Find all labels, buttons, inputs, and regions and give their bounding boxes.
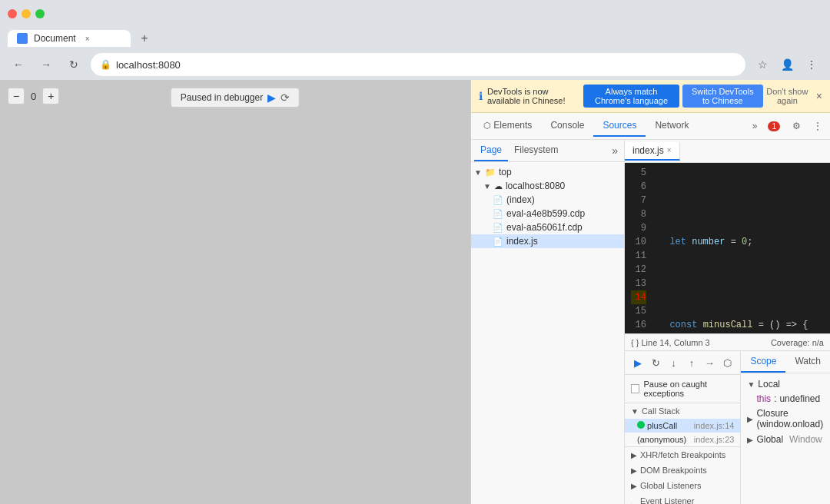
chevron-icon: ▼ xyxy=(483,182,491,191)
switch-devtools-button[interactable]: Switch DevTools to Chinese xyxy=(682,85,763,108)
close-window-button[interactable] xyxy=(8,9,17,18)
new-tab-button[interactable]: + xyxy=(134,28,155,49)
global-listeners-header[interactable]: ▶ Global Listeners xyxy=(625,478,740,493)
code-lines: let number = 0; const minusCall = () => … xyxy=(652,163,830,333)
callstack-section: ▼ Call Stack plusCall index.js:14 xyxy=(625,403,740,446)
sidebar-more-button[interactable]: » xyxy=(609,141,621,160)
callstack-header[interactable]: ▼ Call Stack xyxy=(625,403,740,419)
status-bar: { } Line 14, Column 3 Coverage: n/a xyxy=(625,333,830,350)
scope-key-this: this xyxy=(756,393,771,404)
dom-chevron: ▶ xyxy=(631,466,637,475)
settings-button[interactable]: ⚙ xyxy=(788,119,805,133)
minus-button[interactable]: − xyxy=(8,88,25,104)
nav-bar: ← → ↻ 🔒 localhost:8080 ☆ 👤 ⋮ xyxy=(0,49,830,80)
tree-item-index[interactable]: 📄 (index) xyxy=(471,193,624,207)
tab-scope[interactable]: Scope xyxy=(741,351,785,373)
dom-breakpoints-label: DOM Breakpoints xyxy=(640,466,707,475)
scope-value-this: undefined xyxy=(779,393,820,404)
step-into-button[interactable]: ↓ xyxy=(666,354,682,371)
file-sidebar: Page Filesystem » ▼ 📁 top ▼ xyxy=(471,140,625,504)
editor-tab-indexjs[interactable]: index.js × xyxy=(625,142,680,161)
plus-button[interactable]: + xyxy=(42,88,59,104)
xhr-breakpoints-header[interactable]: ▶ XHR/fetch Breakpoints xyxy=(625,447,740,463)
step-out-button[interactable]: ↑ xyxy=(683,354,699,371)
reload-button[interactable]: ↻ xyxy=(63,54,85,75)
more-tabs-button[interactable]: » xyxy=(749,118,761,134)
address-bar[interactable]: 🔒 localhost:8080 xyxy=(91,53,745,76)
resume-button[interactable]: ▶ xyxy=(267,91,276,104)
callstack-label: Call Stack xyxy=(642,406,680,416)
global-chevron: ▶ xyxy=(631,482,637,490)
notification-close-button[interactable]: × xyxy=(816,90,822,102)
code-editor[interactable]: 56789 10111213 14 15161718 19202122 2324… xyxy=(625,163,830,333)
profile-button[interactable]: 👤 xyxy=(776,54,798,75)
pause-on-caught-label: Pause on caught exceptions xyxy=(644,380,735,398)
sources-label: Sources xyxy=(603,120,636,131)
tab-page[interactable]: Page xyxy=(474,140,508,161)
browser-tab[interactable]: Document × xyxy=(8,30,131,47)
devtools-actions: 1 ⚙ ⋮ xyxy=(763,119,827,133)
maximize-window-button[interactable] xyxy=(35,9,45,18)
lock-icon: 🔒 xyxy=(100,59,111,70)
tab-close-button[interactable]: × xyxy=(82,33,93,44)
back-button[interactable]: ← xyxy=(8,54,29,75)
debugger-sidebar: ▶ ↻ ↓ ↑ → ⬡ Pause on caught exceptions xyxy=(625,351,741,504)
folder-icon: 📁 xyxy=(485,167,496,177)
scope-panel: Scope Watch ▼ Local xyxy=(741,351,830,504)
local-group-header[interactable]: ▼ Local xyxy=(741,376,830,392)
debugger-toolbar: ▶ ↻ ↓ ↑ → ⬡ xyxy=(625,351,740,375)
minimize-window-button[interactable] xyxy=(22,9,31,18)
global-scope-value: Window xyxy=(789,434,822,445)
global-scope-chevron: ▶ xyxy=(747,436,753,444)
tab-sources[interactable]: Sources xyxy=(593,115,646,137)
pause-on-caught-checkbox[interactable] xyxy=(631,384,639,393)
devtools-tabs: ⬡ Elements Console Sources Network » 1 xyxy=(471,113,830,140)
tab-console[interactable]: Console xyxy=(541,115,593,137)
tree-item-eval1[interactable]: 📄 eval-a4e8b599.cdp xyxy=(471,207,624,220)
file-icon-eval2: 📄 xyxy=(493,223,503,233)
tab-network[interactable]: Network xyxy=(646,115,698,137)
sidebar-tabs: Page Filesystem » xyxy=(471,140,624,162)
errors-badge[interactable]: 1 xyxy=(763,120,785,133)
devtools-panel: ℹ DevTools is now available in Chinese! … xyxy=(470,80,830,504)
step-over-button[interactable]: ⟳ xyxy=(281,91,290,104)
dont-show-again-button[interactable]: Don't show again xyxy=(766,87,808,105)
menu-button[interactable]: ⋮ xyxy=(801,54,822,75)
editor-tab-close-button[interactable]: × xyxy=(667,146,672,154)
tab-filesystem[interactable]: Filesystem xyxy=(508,140,564,161)
info-icon: ℹ xyxy=(479,90,483,102)
tab-watch[interactable]: Watch xyxy=(785,351,830,373)
resume-execution-button[interactable]: ▶ xyxy=(629,354,646,371)
scope-content: ▼ Local this : undefined xyxy=(741,373,830,504)
closure-group-header[interactable]: ▶ Closure (window.onload) xyxy=(741,406,830,432)
dom-breakpoints-header[interactable]: ▶ DOM Breakpoints xyxy=(625,463,740,478)
tree-item-top[interactable]: ▼ 📁 top xyxy=(471,165,624,179)
global-group-header[interactable]: ▶ Global Window xyxy=(741,432,830,447)
step-button[interactable]: → xyxy=(702,354,718,371)
code-line-5 xyxy=(659,194,830,207)
tab-elements[interactable]: ⬡ Elements xyxy=(474,115,541,137)
step-over-button[interactable]: ↻ xyxy=(647,354,663,371)
scope-group-closure: ▶ Closure (window.onload) xyxy=(741,406,830,432)
forward-button[interactable]: → xyxy=(35,54,57,75)
bookmark-button[interactable]: ☆ xyxy=(752,54,773,75)
callstack-item-anonymous[interactable]: (anonymous) index.js:23 xyxy=(625,433,740,446)
chevron-icon: ▼ xyxy=(474,168,482,177)
tree-item-indexjs[interactable]: 📄 index.js xyxy=(471,234,624,248)
error-count: 1 xyxy=(768,121,780,131)
file-icon-index: 📄 xyxy=(493,195,503,205)
deactivate-breakpoints-button[interactable]: ⬡ xyxy=(719,354,735,371)
page-content: − 0 + Paused in debugger ▶ ⟳ xyxy=(0,80,470,504)
sources-layout: Page Filesystem » ▼ 📁 top ▼ xyxy=(471,140,830,504)
tree-item-eval2[interactable]: 📄 eval-aa56061f.cdp xyxy=(471,220,624,234)
always-match-button[interactable]: Always match Chrome's language xyxy=(583,85,679,108)
tab-title: Document xyxy=(34,33,76,44)
breakpoint-dot xyxy=(637,421,645,429)
more-options-button[interactable]: ⋮ xyxy=(808,119,827,133)
code-line-8: const minusCall = () => { xyxy=(659,318,830,332)
event-listener-breakpoints-header[interactable]: ▶ Event Listener Breakpoints xyxy=(625,493,740,504)
scope-group-local: ▼ Local this : undefined xyxy=(741,376,830,406)
callstack-item-pluscall[interactable]: plusCall index.js:14 xyxy=(625,419,740,433)
tree-item-localhost[interactable]: ▼ ☁ localhost:8080 xyxy=(471,179,624,193)
coverage-info: Coverage: n/a xyxy=(771,338,824,347)
